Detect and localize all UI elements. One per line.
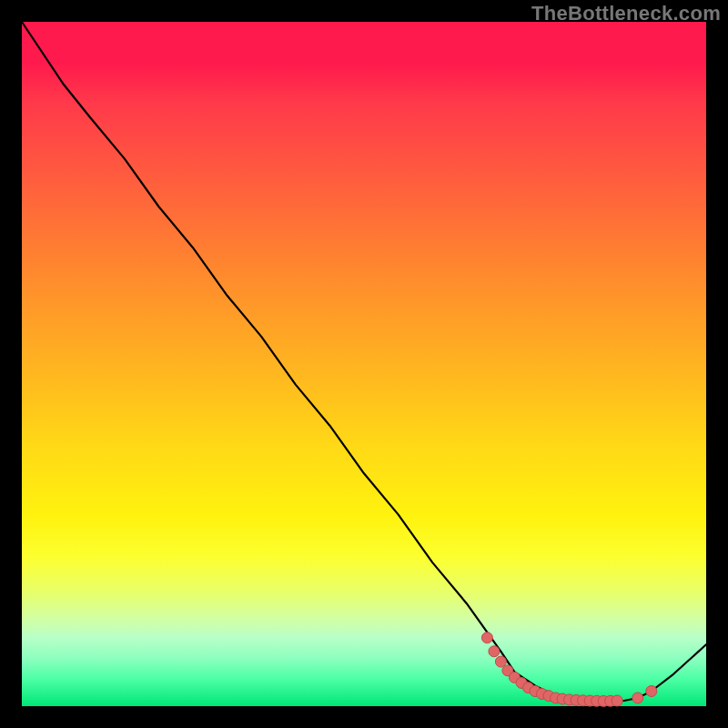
chart-svg	[22, 22, 706, 706]
dot	[632, 693, 643, 703]
chart-frame: TheBottleneck.com	[0, 0, 728, 728]
curve-line	[22, 22, 706, 702]
dot	[495, 656, 506, 667]
dot	[489, 646, 500, 657]
dot	[481, 632, 492, 643]
highlight-dots	[481, 632, 656, 707]
dot	[646, 686, 657, 697]
plot-area	[22, 22, 706, 706]
dot	[612, 695, 622, 706]
